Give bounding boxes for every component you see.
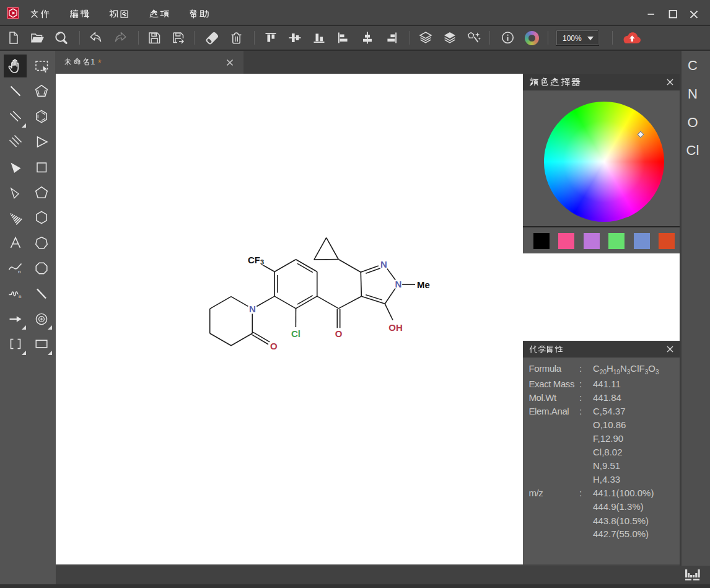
svg-text:O: O <box>335 328 343 339</box>
svg-text:OH: OH <box>388 322 403 333</box>
svg-text:Cl: Cl <box>291 328 300 339</box>
svg-text:N: N <box>249 304 256 314</box>
svg-text:n: n <box>18 269 20 274</box>
svg-text:N: N <box>395 279 401 289</box>
svg-text:CF3: CF3 <box>248 255 264 266</box>
svg-text:O: O <box>270 341 278 351</box>
svg-text:n: n <box>19 293 21 299</box>
svg-text:Me: Me <box>417 279 430 290</box>
svg-text:N: N <box>380 259 387 270</box>
